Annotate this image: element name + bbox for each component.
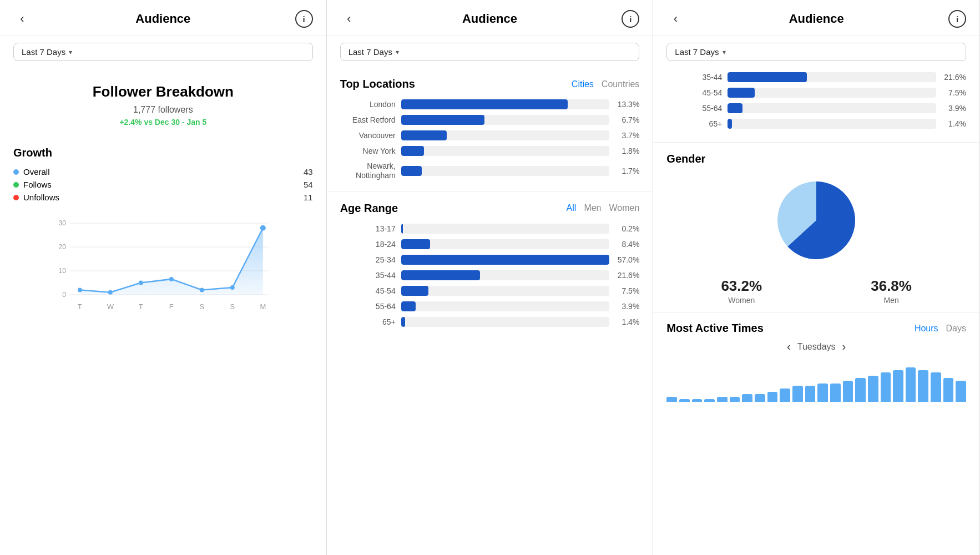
svg-point-10	[108, 290, 113, 295]
chevron-down-icon-2: ▾	[396, 48, 399, 56]
svg-text:10: 10	[58, 267, 66, 275]
hour-bar-11	[805, 386, 816, 402]
follower-breakdown-title: Follower Breakdown	[13, 83, 313, 100]
chevron-down-icon: ▾	[69, 48, 72, 56]
top-locations-header: Top Locations Cities Countries	[340, 78, 640, 90]
svg-text:30: 30	[58, 219, 66, 227]
svg-point-13	[200, 287, 204, 292]
tab-hours[interactable]: Hours	[915, 324, 938, 334]
hour-bar-2	[692, 399, 703, 402]
gender-women: 63.2% Women	[721, 278, 762, 305]
panel-locations-age: ‹ Audience i Last 7 Days ▾ Top Locations…	[327, 0, 654, 555]
age-top-section: 35-44 21.6% 45-54 7.5% 55-64 3.9%	[653, 68, 979, 143]
svg-text:0: 0	[62, 291, 66, 299]
gender-title: Gender	[666, 153, 966, 165]
bar-label: 55-64	[340, 302, 396, 311]
info-button-2[interactable]: i	[622, 10, 639, 28]
bar-pct: 13.3%	[615, 100, 639, 109]
prev-day-button[interactable]: ‹	[787, 340, 791, 353]
tab-cities[interactable]: Cities	[572, 79, 594, 89]
bar-track	[401, 286, 610, 296]
overall-label: Overall	[23, 167, 50, 176]
hour-bar-18	[893, 370, 903, 402]
tab-all[interactable]: All	[567, 203, 577, 213]
chart-svg: 30 20 10 0	[27, 212, 300, 334]
bar-pct: 3.7%	[615, 131, 639, 140]
svg-point-12	[169, 277, 174, 281]
bar-track	[728, 88, 936, 98]
date-range-dropdown[interactable]: Last 7 Days ▾	[13, 43, 313, 61]
svg-point-11	[139, 281, 143, 285]
bar-track	[401, 115, 610, 125]
follower-change: +2.4% vs Dec 30 - Jan 5	[13, 118, 313, 127]
bar-pct: 7.5%	[942, 88, 966, 97]
date-range-dropdown-3[interactable]: Last 7 Days ▾	[666, 43, 966, 61]
tab-women[interactable]: Women	[609, 203, 640, 213]
men-pct: 36.8%	[871, 278, 912, 295]
bar-fill	[401, 99, 568, 109]
unfollows-value: 11	[304, 193, 313, 202]
bar-label: 55-64	[666, 104, 722, 113]
growth-section: Growth Overall 43 Follows 54 Unfollo	[0, 138, 326, 342]
bar-label: East Retford	[340, 115, 396, 124]
bar-pct: 0.2%	[615, 224, 639, 233]
info-button-3[interactable]: i	[948, 10, 966, 28]
dropdown-label: Last 7 Days	[22, 47, 65, 57]
age-bar-18-24: 18-24 8.4%	[340, 239, 640, 249]
bar-track	[401, 270, 610, 280]
dropdown-label-2: Last 7 Days	[348, 47, 392, 57]
panel3-title: Audience	[684, 12, 948, 26]
gender-men: 36.8% Men	[871, 278, 912, 305]
bar-pct: 1.8%	[615, 147, 639, 155]
hour-bar-5	[730, 397, 740, 402]
tab-countries[interactable]: Countries	[602, 79, 639, 89]
bar-label: 45-54	[666, 88, 722, 97]
growth-title: Growth	[13, 147, 313, 159]
bar-track	[728, 72, 936, 82]
women-pct: 63.2%	[721, 278, 762, 295]
hour-bar-4	[717, 397, 728, 402]
hour-bar-21	[931, 372, 941, 402]
panel-follower-breakdown: ‹ Audience i Last 7 Days ▾ Follower Brea…	[0, 0, 327, 555]
hour-bar-12	[817, 384, 828, 402]
bar-label: 35-44	[666, 73, 722, 82]
bar-fill	[728, 88, 755, 98]
date-range-dropdown-2[interactable]: Last 7 Days ▾	[340, 43, 640, 61]
back-button-3[interactable]: ‹	[666, 10, 684, 28]
panel-gender-active: ‹ Audience i Last 7 Days ▾ 35-44 21.6% 4…	[653, 0, 980, 555]
follows-value: 54	[304, 180, 313, 189]
age-bar-55-64: 55-64 3.9%	[340, 301, 640, 311]
age-bar-45-54: 45-54 7.5%	[340, 286, 640, 296]
bar-pct: 21.6%	[615, 271, 639, 280]
bar-fill	[401, 317, 406, 327]
bar-pct: 7.5%	[615, 286, 639, 295]
growth-legend: Overall 43 Follows 54 Unfollows 11	[13, 167, 313, 202]
bar-pct: 1.7%	[615, 167, 639, 175]
tab-days[interactable]: Days	[946, 324, 966, 334]
bar-pct: 1.4%	[942, 119, 966, 128]
hour-bar-1	[679, 399, 690, 402]
bar-track	[728, 103, 936, 113]
follows-dot	[13, 182, 19, 188]
legend-follows: Follows 54	[13, 180, 313, 189]
svg-text:20: 20	[58, 243, 66, 251]
unfollows-label: Unfollows	[23, 193, 59, 202]
next-day-button[interactable]: ›	[842, 340, 846, 353]
back-button[interactable]: ‹	[13, 10, 31, 28]
bar-label: 25-34	[340, 255, 396, 264]
tab-men[interactable]: Men	[584, 203, 601, 213]
panel2-title: Audience	[358, 12, 622, 26]
hour-bar-20	[918, 370, 928, 402]
panel3-header: ‹ Audience i	[653, 0, 979, 36]
age-bar-35-44-p3: 35-44 21.6%	[666, 72, 966, 82]
hour-bar-14	[843, 381, 853, 402]
bar-label: 45-54	[340, 286, 396, 295]
bar-track	[401, 166, 610, 176]
bar-label: New York	[340, 147, 396, 155]
bar-fill	[728, 103, 742, 113]
bar-track	[401, 146, 610, 156]
day-navigator: ‹ Tuesdays ›	[666, 340, 966, 353]
age-bar-55-64-p3: 55-64 3.9%	[666, 103, 966, 113]
info-button[interactable]: i	[295, 10, 313, 28]
back-button-2[interactable]: ‹	[340, 10, 358, 28]
